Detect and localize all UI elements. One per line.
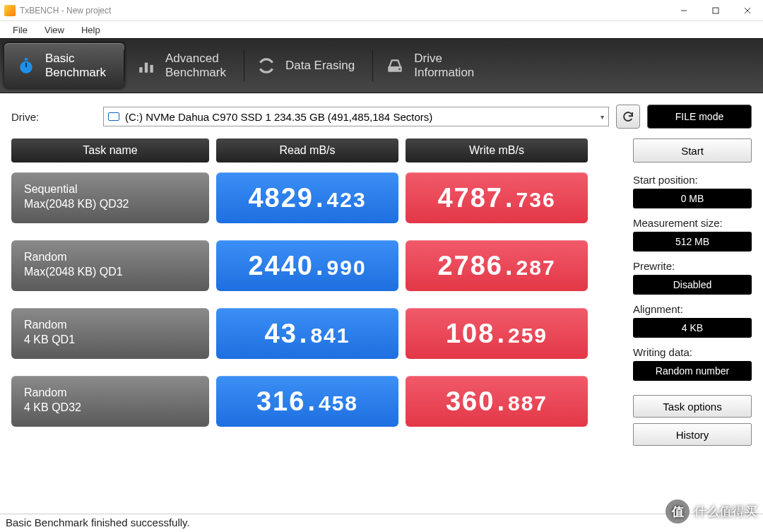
stopwatch-icon	[17, 57, 35, 75]
task-cell[interactable]: Random4 KB QD32	[11, 376, 209, 427]
measurement-size-value[interactable]: 512 MB	[633, 232, 752, 252]
task-cell[interactable]: RandomMax(2048 KB) QD1	[11, 240, 209, 291]
read-value: 316.458	[216, 376, 398, 427]
tab-label: Information	[414, 66, 474, 79]
tab-label: Drive	[414, 52, 442, 65]
alignment-label: Alignment:	[633, 303, 752, 315]
tab-strip: BasicBenchmark AdvancedBenchmark Data Er…	[0, 38, 763, 93]
task-cell[interactable]: Random4 KB QD1	[11, 308, 209, 359]
write-int: 2786	[437, 251, 503, 280]
read-frac: 990	[327, 256, 367, 279]
tab-label: Advanced	[165, 52, 219, 65]
start-button[interactable]: Start	[633, 138, 752, 162]
read-int: 4829	[248, 183, 314, 213]
menu-view[interactable]: View	[37, 23, 71, 37]
task-name: Random	[24, 250, 196, 265]
drive-label: Drive:	[11, 111, 96, 123]
benchmark-row: RandomMax(2048 KB) QD12440.9902786.287	[11, 240, 623, 291]
alignment-value[interactable]: 4 KB	[633, 318, 752, 338]
read-value: 2440.990	[216, 240, 398, 291]
task-detail: 4 KB QD1	[24, 333, 196, 348]
read-value: 43.841	[216, 308, 398, 359]
start-position-label: Start position:	[633, 174, 752, 186]
read-value: 4829.423	[216, 172, 398, 223]
title-bar: TxBENCH - New project	[0, 0, 763, 21]
read-int: 43	[265, 319, 297, 348]
task-cell[interactable]: SequentialMax(2048 KB) QD32	[11, 172, 209, 223]
write-frac: 287	[516, 256, 556, 279]
write-value: 108.259	[406, 308, 588, 359]
erase-icon	[257, 57, 276, 75]
svg-rect-7	[139, 67, 142, 73]
app-icon	[4, 5, 16, 16]
drive-select[interactable]: (C:) NVMe Dahua C970 SSD 1 234.35 GB (49…	[103, 107, 609, 126]
menu-help[interactable]: Help	[74, 23, 107, 37]
write-value: 4787.736	[406, 172, 588, 223]
write-int: 4787	[437, 183, 503, 213]
write-int: 360	[446, 386, 495, 416]
write-frac: 736	[516, 188, 556, 211]
tab-label: Benchmark	[165, 66, 226, 79]
history-button[interactable]: History	[633, 423, 752, 446]
refresh-button[interactable]	[616, 105, 640, 129]
svg-point-11	[398, 68, 401, 70]
minimize-button[interactable]	[668, 0, 699, 21]
task-detail: Max(2048 KB) QD32	[24, 197, 196, 212]
col-header-read: Read mB/s	[216, 138, 398, 162]
read-frac: 423	[327, 188, 367, 211]
tab-drive-information[interactable]: DriveInformation	[373, 43, 492, 88]
watermark-badge: 值	[666, 500, 690, 524]
file-mode-button[interactable]: FILE mode	[647, 105, 752, 129]
writing-data-value[interactable]: Random number	[633, 361, 752, 381]
read-frac: 458	[319, 391, 358, 415]
write-frac: 887	[508, 391, 548, 415]
read-int: 316	[256, 386, 305, 416]
prewrite-label: Prewrite:	[633, 260, 752, 272]
tab-basic-benchmark[interactable]: BasicBenchmark	[4, 43, 124, 88]
side-panel: Start Start position: 0 MB Measurement s…	[633, 138, 752, 446]
status-bar: Basic Benchmark finished successfully.	[0, 514, 763, 532]
svg-rect-8	[145, 63, 148, 73]
drive-small-icon	[108, 111, 119, 122]
maximize-button[interactable]	[699, 0, 731, 21]
task-detail: 4 KB QD32	[24, 401, 196, 415]
svg-rect-9	[150, 65, 153, 73]
writing-data-label: Writing data:	[633, 346, 752, 358]
chevron-down-icon: ▾	[601, 113, 604, 121]
svg-rect-1	[713, 8, 718, 13]
col-header-write: Write mB/s	[406, 138, 588, 162]
write-value: 2786.287	[406, 240, 588, 291]
tab-label: Data Erasing	[285, 59, 355, 73]
measurement-size-label: Measurement size:	[633, 217, 752, 229]
svg-rect-5	[25, 58, 28, 60]
watermark-text: 什么值得买	[694, 503, 757, 520]
menu-file[interactable]: File	[6, 23, 35, 37]
start-position-value[interactable]: 0 MB	[633, 189, 752, 208]
read-int: 2440	[248, 251, 314, 280]
task-detail: Max(2048 KB) QD1	[24, 265, 196, 280]
task-name: Random	[24, 386, 196, 401]
drive-selected-text: (C:) NVMe Dahua C970 SSD 1 234.35 GB (49…	[125, 111, 432, 123]
window-title: TxBENCH - New project	[20, 6, 668, 16]
write-int: 108	[446, 319, 495, 348]
task-name: Sequential	[24, 182, 196, 197]
write-frac: 259	[508, 324, 548, 347]
benchmark-row: Random4 KB QD32316.458360.887	[11, 376, 623, 427]
task-options-button[interactable]: Task options	[633, 395, 752, 418]
refresh-icon	[622, 110, 634, 123]
prewrite-value[interactable]: Disabled	[633, 275, 752, 295]
drive-icon	[386, 57, 404, 75]
task-name: Random	[24, 318, 196, 333]
tab-advanced-benchmark[interactable]: AdvancedBenchmark	[124, 43, 244, 88]
benchmark-grid: Task name Read mB/s Write mB/s Sequentia…	[11, 138, 623, 446]
close-button[interactable]	[731, 0, 763, 21]
drive-row: Drive: (C:) NVMe Dahua C970 SSD 1 234.35…	[0, 93, 763, 138]
menu-bar: File View Help	[0, 21, 763, 38]
write-value: 360.887	[406, 376, 588, 427]
watermark: 值 什么值得买	[660, 495, 763, 528]
bars-icon	[137, 57, 155, 75]
col-header-task: Task name	[11, 138, 209, 162]
tab-label: Benchmark	[45, 66, 106, 79]
read-frac: 841	[310, 324, 350, 347]
tab-data-erasing[interactable]: Data Erasing	[244, 43, 373, 88]
